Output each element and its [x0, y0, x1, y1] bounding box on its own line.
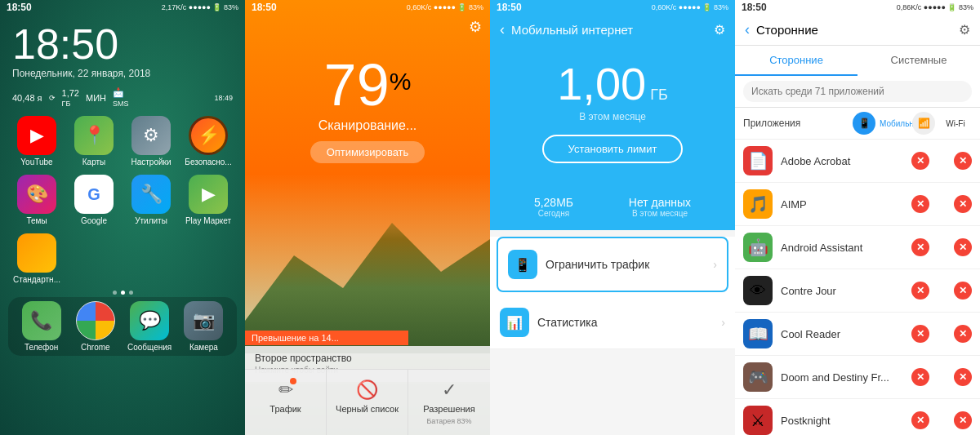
app-grid: ▶ YouTube 📍 Карты ⚙ Настройки ⚡ Безопасн… [0, 112, 245, 288]
app-messages[interactable]: 💬 Сообщения [125, 301, 175, 352]
app-camera[interactable]: 📷 Камера [179, 301, 229, 352]
statistics-icon: 📊 [500, 308, 529, 337]
statistics-item[interactable]: 📊 Статистика › [490, 296, 735, 349]
home-screen-panel: 18:50 2,17K/с ●●●●● 🔋 83% 18:50 Понедель… [0, 0, 245, 435]
app-chrome[interactable]: Chrome [70, 301, 120, 352]
messages-label: Сообщения [127, 343, 172, 352]
restrict-traffic-item[interactable]: 📱 Ограничить трафик › [497, 237, 728, 292]
mobile-col-icon[interactable]: 📱 [853, 112, 875, 135]
delete-aimp-wifi[interactable]: ✕ [954, 195, 972, 213]
delete-cj-wifi[interactable]: ✕ [954, 282, 972, 300]
delete-pk-wifi[interactable]: ✕ [954, 411, 972, 429]
arrow-icon-2: › [721, 316, 725, 329]
aimp-icon: 🎵 [743, 189, 773, 219]
date-display: Понедельник, 22 января, 2018 [12, 68, 233, 79]
optimize-button[interactable]: Оптимизировать [310, 141, 425, 163]
app-settings[interactable]: ⚙ Настройки [127, 116, 176, 166]
mobile-col-label: Мобильный [880, 119, 908, 128]
doom-destiny-name: Doom and Destiny Fr... [781, 371, 903, 384]
menu-list: 📱 Ограничить трафик › 📊 Статистика › [490, 237, 735, 349]
delete-aimp-mobile[interactable]: ✕ [911, 195, 929, 213]
status-icons-3: 0,60K/с ●●●●● 🔋 83% [652, 3, 728, 11]
clock-widget: 18:50 Понедельник, 22 января, 2018 [0, 15, 245, 83]
settings-icon-3[interactable]: ⚙ [714, 22, 725, 38]
status-icons-4: 0,86K/с ●●●●● 🔋 83% [897, 3, 973, 11]
apps-column-label: Приложения [743, 118, 853, 129]
blacklist-label: Черный список [336, 404, 399, 414]
delete-adobe-wifi[interactable]: ✕ [954, 152, 972, 170]
messages-icon: 💬 [130, 301, 169, 340]
traffic-label: Трафик [270, 404, 301, 414]
contre-jour-name: Contre Jour [781, 285, 903, 297]
restrict-traffic-label: Ограничить трафик [546, 258, 705, 271]
delete-pk-mobile[interactable]: ✕ [911, 411, 929, 429]
apps-list: 📄 Adobe Acrobat ✕ ✕ 🎵 AIMP ✕ ✕ 🤖 Android… [735, 140, 980, 435]
app-security[interactable]: ⚡ Безопасно... [184, 116, 233, 166]
traffic-button[interactable]: ✏ Трафик [245, 370, 327, 435]
delete-aa-wifi[interactable]: ✕ [954, 238, 972, 256]
status-time-2: 18:50 [252, 2, 277, 13]
settings-icon-4[interactable]: ⚙ [959, 22, 970, 38]
status-time-4: 18:50 [742, 2, 767, 13]
permissions-label: Разрешения [423, 404, 474, 414]
time-small: 18:49 [214, 94, 233, 102]
set-limit-button[interactable]: Установить лимит [542, 135, 684, 163]
app-youtube[interactable]: ▶ YouTube [12, 116, 61, 166]
delete-cr-wifi[interactable]: ✕ [954, 325, 972, 343]
arrow-icon-1: › [713, 258, 717, 271]
security-label: Безопасно... [185, 158, 231, 166]
delete-dd-wifi[interactable]: ✕ [954, 368, 972, 386]
mobile-internet-panel: 18:50 0,60K/с ●●●●● 🔋 83% ‹ Мобильный ин… [490, 0, 735, 435]
search-bar [735, 76, 980, 108]
app-utilities[interactable]: 🔧 Утилиты [127, 175, 176, 225]
tab-row: Сторонние Системные [735, 46, 980, 76]
android-assistant-name: Android Assistant [781, 242, 903, 254]
postknight-icon: ⚔ [743, 406, 773, 435]
permissions-icon: ✓ [442, 380, 457, 401]
stat-today-value: 5,28МБ [534, 196, 573, 209]
dot-3 [129, 291, 133, 295]
aimp-name: AIMP [781, 198, 903, 211]
stats-gb: 1,72ГБ [62, 88, 79, 108]
page-dots [0, 288, 245, 297]
wifi-col-icon[interactable]: 📶 [912, 112, 935, 135]
data-usage-card: 1,00 ГБ В этом месяце Установить лимит [490, 45, 735, 188]
stats-value2: ⟳ [49, 94, 56, 102]
doom-destiny-icon: 🎮 [743, 362, 773, 392]
statistics-label: Статистика [537, 316, 713, 329]
delete-cr-mobile[interactable]: ✕ [911, 325, 929, 343]
app-phone[interactable]: 📞 Телефон [16, 301, 66, 352]
back-button-3[interactable]: ‹ [500, 21, 505, 38]
traffic-icon: ✏ [278, 380, 293, 401]
status-bar-2: 18:50 0,60K/с ●●●●● 🔋 83% [245, 0, 490, 15]
adobe-name: Adobe Acrobat [781, 155, 903, 167]
traffic-dot [290, 378, 296, 384]
app-standard[interactable]: Стандартн... [12, 233, 61, 284]
maps-icon: 📍 [74, 116, 114, 155]
app-maps[interactable]: 📍 Карты [69, 116, 118, 166]
delete-adobe-mobile[interactable]: ✕ [911, 152, 929, 170]
blacklist-button[interactable]: 🚫 Черный список [327, 370, 408, 435]
stats-min: МИН [86, 93, 106, 103]
search-input[interactable] [743, 81, 972, 102]
app-playstore[interactable]: ▶ Play Маркет [184, 175, 233, 225]
youtube-label: YouTube [20, 158, 52, 166]
delete-cj-mobile[interactable]: ✕ [911, 282, 929, 300]
cool-reader-icon: 📖 [743, 319, 773, 348]
app-google[interactable]: G Google [69, 175, 118, 225]
delete-aa-mobile[interactable]: ✕ [911, 238, 929, 256]
back-button-4[interactable]: ‹ [745, 21, 750, 38]
panel4-title: Сторонние [756, 23, 952, 37]
security-icon: ⚡ [189, 116, 228, 155]
tab-system[interactable]: Системные [858, 46, 980, 76]
google-icon: G [74, 175, 114, 214]
delete-dd-mobile[interactable]: ✕ [911, 368, 929, 386]
youtube-icon: ▶ [17, 116, 56, 155]
gear-icon-2[interactable]: ⚙ [469, 18, 482, 36]
restrict-icon: 📱 [508, 250, 537, 279]
scan-text: Сканирование... [253, 118, 482, 133]
tab-third-party[interactable]: Сторонние [735, 46, 858, 76]
playstore-icon: ▶ [189, 175, 228, 214]
app-themes[interactable]: 🎨 Темы [12, 175, 61, 225]
permissions-button[interactable]: ✓ Разрешения Батарея 83% [408, 370, 490, 435]
